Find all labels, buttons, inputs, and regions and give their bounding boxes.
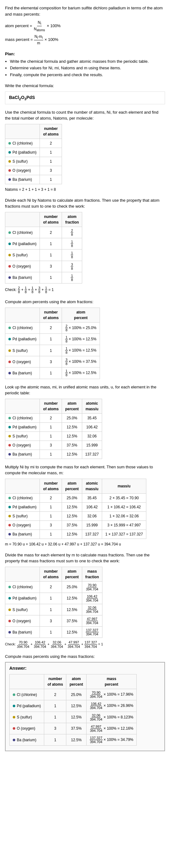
table-row: Pd (palladium) 1 12.5% 106.42	[5, 423, 102, 432]
dot-pd-ap	[8, 338, 11, 340]
mass-calc-table: numberof atoms atompercent atomicmass/u …	[5, 479, 146, 539]
table-row: Ba (barium) 1 12.5% 137.327394.704 × 100…	[10, 734, 137, 745]
dot-ba-1	[8, 178, 11, 181]
table-row: Pd (palladium) 1 18 × 100% = 12.5%	[5, 334, 100, 345]
col-el-mp	[10, 674, 44, 689]
plan-section: Plan: Write the chemical formula and gat…	[5, 51, 165, 78]
frac-cl-f: 28	[62, 227, 82, 238]
dot-pd-mc	[8, 506, 11, 508]
atoms-o-mc: 3	[40, 521, 62, 530]
table-row: S (sulfur) 1 12.5% 32.06	[5, 432, 102, 440]
table-row: O (oxygen) 3 37.5% 47.997394.704	[5, 615, 102, 627]
table-row: Pd (palladium) 1 18	[5, 238, 82, 249]
el-s-am: S (sulfur)	[5, 432, 40, 440]
plan-step-1: Write the chemical formula and gather at…	[10, 58, 165, 65]
atoms-o-am: 3	[40, 440, 62, 450]
el-cl-mf: Cl (chlorine)	[5, 581, 40, 593]
mc-intro: Multiply Ni by mi to compute the mass fo…	[5, 464, 165, 476]
el-pd-am: Pd (palladium)	[5, 423, 40, 432]
atomic-mass-section: Look up the atomic mass, mi, in unified …	[5, 384, 165, 459]
col-atoms-mc: numberof atoms	[40, 479, 62, 493]
dot-s-mf	[8, 609, 11, 611]
col-mpct-mp: masspercent	[86, 674, 137, 689]
element-o-1: O (oxygen)	[5, 166, 40, 175]
atoms-o-1: 3	[40, 166, 62, 175]
atoms-ba-mc: 1	[40, 530, 62, 538]
m-result: m = 70.90 u + 106.42 u + 32.06 u + 47.99…	[5, 541, 165, 547]
dot-pd-mf	[8, 597, 11, 599]
count-section: Use the chemical formula to count the nu…	[5, 109, 165, 192]
mass-cl-am: 35.45	[82, 413, 102, 423]
mass-o-am: 15.999	[82, 440, 102, 450]
el-s-mf: S (sulfur)	[5, 604, 40, 615]
atoms-o-mp: 3	[44, 723, 66, 734]
mf-intro: Divide the mass for each element by m to…	[5, 552, 165, 564]
formula-box: BaCl2O3PdS	[5, 91, 165, 104]
el-cl-ap: Cl (chlorine)	[5, 322, 40, 334]
mass-s-am: 32.06	[82, 432, 102, 440]
apct-o-mp: 37.5%	[66, 723, 86, 734]
table-row: S (sulfur) 1	[5, 157, 62, 166]
el-cl-mc: Cl (chlorine)	[5, 493, 40, 502]
frac-ba-f: 18	[62, 272, 82, 283]
table-row: O (oxygen) 3	[5, 166, 62, 175]
table-row: Cl (chlorine) 2 25.0% 70.90394.704	[5, 581, 102, 593]
plan-step-3: Finally, compute the percents and check …	[10, 72, 165, 78]
frac-s-f: 18	[62, 249, 82, 261]
element-ba-1: Ba (barium)	[5, 175, 40, 184]
fraction-check: Check: 28 + 18 + 18 + 38 + 18 = 1	[5, 286, 165, 294]
atoms-pd-am: 1	[40, 423, 62, 432]
amass-cl-mc: 35.45	[82, 493, 102, 502]
el-cl-f: Cl (chlorine)	[5, 227, 40, 238]
frac-cl-mf: 70.90394.704	[82, 581, 102, 593]
el-s-f: S (sulfur)	[5, 249, 40, 261]
apct-cl-mp: 25.0%	[66, 689, 86, 700]
el-o-am: O (oxygen)	[5, 440, 40, 450]
pct-cl-mc: 25.0%	[62, 493, 82, 502]
dot-cl-am	[8, 417, 11, 419]
atom-percent-table: numberof atoms atompercent Cl (chlorine)…	[5, 308, 100, 379]
table-row: S (sulfur) 1 18	[5, 249, 82, 261]
el-pd-mf: Pd (palladium)	[5, 593, 40, 604]
pct-ba-ap: 18 × 100% = 12.5%	[62, 368, 100, 379]
el-ba-mf: Ba (barium)	[5, 627, 40, 638]
mass-pd-mc: 1 × 106.42 = 106.42	[102, 502, 146, 512]
mass-o-mc: 3 × 15.999 = 47.997	[102, 521, 146, 530]
amass-s-mc: 32.06	[82, 512, 102, 521]
answer-box: Answer: numberof atoms atompercent massp…	[5, 662, 165, 751]
table-row: Pd (palladium) 1 12.5% 106.42394.704 × 1…	[10, 700, 137, 712]
answer-label: Answer:	[9, 665, 161, 672]
count-intro: Use the chemical formula to count the nu…	[5, 109, 165, 121]
frac-pd-mf: 106.42394.704	[82, 593, 102, 604]
atom-percent-section: Compute atom percents using the atom fra…	[5, 299, 165, 379]
dot-cl-1	[8, 142, 11, 145]
ap-intro: Compute atom percents using the atom fra…	[5, 299, 165, 305]
mass-cl-mc: 2 × 35.45 = 70.90	[102, 493, 146, 502]
dot-ba-f	[8, 276, 11, 279]
col-frac-f: atomfraction	[62, 212, 82, 227]
atoms-pd-ap: 1	[40, 334, 62, 345]
atoms-cl-am: 2	[40, 413, 62, 423]
dot-s-mc	[8, 515, 11, 517]
atoms-cl-mf: 2	[40, 581, 62, 593]
el-s-ap: S (sulfur)	[5, 345, 40, 356]
plan-step-2: Determine values for Ni, mi, Natoms and …	[10, 65, 165, 71]
el-s-mp: S (sulfur)	[10, 712, 44, 723]
mf-check: Check: 70.90394.704 + 106.42394.704 + 32…	[5, 640, 165, 648]
atoms-s-ap: 1	[40, 345, 62, 356]
el-o-ap: O (oxygen)	[5, 356, 40, 368]
apct-s-mp: 12.5%	[66, 712, 86, 723]
mass-ba-mc: 1 × 137.327 = 137.327	[102, 530, 146, 538]
atoms-s-mc: 1	[40, 512, 62, 521]
pct-o-mc: 37.5%	[62, 521, 82, 530]
mass-percent-final-section: Compute mass percents using the mass fra…	[5, 653, 165, 751]
el-pd-mp: Pd (palladium)	[10, 700, 44, 712]
pct-s-am: 12.5%	[62, 432, 82, 440]
atom-percent-formula: atom percent = NiNatoms × 100%	[5, 20, 165, 33]
atoms-cl-f: 2	[40, 227, 62, 238]
el-ba-f: Ba (barium)	[5, 272, 40, 283]
col-el-mf	[5, 567, 40, 581]
table-row: Cl (chlorine) 2 28 × 100% = 25.0%	[5, 322, 100, 334]
table-row: Cl (chlorine) 2 28	[5, 227, 82, 238]
col-atoms-mf: numberof atoms	[40, 567, 62, 581]
